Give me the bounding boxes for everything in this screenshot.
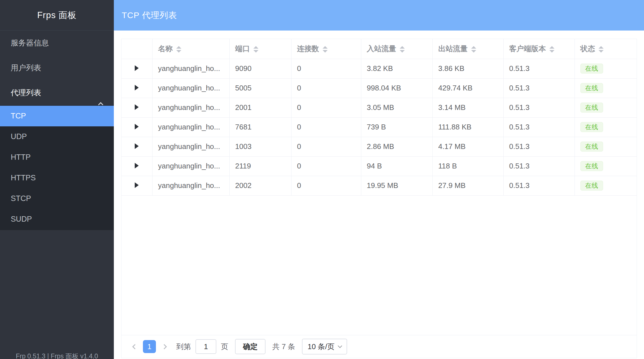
expand-row-icon[interactable]	[135, 104, 139, 110]
next-page-button[interactable]	[159, 340, 169, 353]
cell-version: 0.51.3	[503, 59, 575, 78]
sort-icon[interactable]	[549, 46, 554, 53]
sort-icon[interactable]	[253, 46, 258, 53]
cell-port: 9090	[229, 59, 291, 78]
column-header-connections[interactable]: 连接数	[291, 39, 361, 59]
table-row: yanghuanglin_ho... 9090 0 3.82 KB 3.86 K…	[121, 59, 637, 78]
sidebar-item-proxy-list[interactable]: 代理列表	[0, 80, 114, 105]
sidebar-item-udp[interactable]: UDP	[0, 126, 114, 147]
expand-row-icon[interactable]	[135, 143, 139, 149]
app-title: Frps 面板	[0, 0, 114, 31]
expand-row-icon[interactable]	[135, 85, 139, 90]
page-number-button[interactable]: 1	[143, 340, 156, 353]
chevron-left-icon	[132, 344, 137, 349]
cell-traffic-in: 3.05 MB	[361, 98, 432, 117]
table-row: yanghuanglin_ho... 2119 0 94 B 118 B 0.5…	[121, 156, 637, 176]
column-header-port[interactable]: 端口	[229, 39, 291, 59]
column-label: 连接数	[297, 44, 319, 53]
chevron-right-icon	[162, 344, 167, 349]
page-size-value: 10 条/页	[308, 342, 334, 352]
cell-port: 1003	[229, 137, 291, 156]
column-label: 名称	[158, 44, 173, 53]
cell-name: yanghuanglin_ho...	[152, 98, 229, 117]
cell-traffic-in: 3.82 KB	[361, 59, 432, 78]
column-label: 端口	[235, 44, 250, 53]
chevron-down-icon	[338, 343, 342, 348]
cell-port: 7681	[229, 117, 291, 137]
cell-version: 0.51.3	[503, 137, 575, 156]
proxy-table-card: 名称 端口 连接数 入站流量 出站流量 客户端版本 状态 yanghuangli…	[121, 39, 637, 358]
expand-row-icon[interactable]	[135, 182, 139, 188]
page-header: TCP 代理列表	[114, 0, 644, 31]
page-size-select[interactable]: 10 条/页	[302, 339, 347, 354]
status-badge: 在线	[580, 122, 603, 132]
cell-traffic-out: 111.88 KB	[432, 117, 503, 137]
cell-traffic-in: 998.04 KB	[361, 78, 432, 98]
frps-dashboard: Frps 面板 服务器信息 用户列表 代理列表 TCP UDP HTTP HTT…	[0, 0, 644, 359]
page-title: TCP 代理列表	[122, 10, 177, 21]
cell-name: yanghuanglin_ho...	[152, 176, 229, 195]
cell-traffic-in: 94 B	[361, 156, 432, 176]
confirm-button[interactable]: 确定	[235, 339, 266, 354]
column-header-version[interactable]: 客户端版本	[503, 39, 575, 59]
table-row: yanghuanglin_ho... 2002 0 19.95 MB 27.9 …	[121, 176, 637, 195]
sidebar-item-https[interactable]: HTTPS	[0, 168, 114, 188]
cell-connections: 0	[291, 78, 361, 98]
prev-page-button[interactable]	[130, 340, 140, 353]
cell-traffic-in: 2.86 MB	[361, 137, 432, 156]
column-header-traffic-out[interactable]: 出站流量	[432, 39, 503, 59]
proxy-table: 名称 端口 连接数 入站流量 出站流量 客户端版本 状态 yanghuangli…	[121, 39, 637, 196]
column-header-traffic-in[interactable]: 入站流量	[361, 39, 432, 59]
cell-name: yanghuanglin_ho...	[152, 137, 229, 156]
sidebar-item-stcp[interactable]: STCP	[0, 188, 114, 209]
table-row: yanghuanglin_ho... 7681 0 739 B 111.88 K…	[121, 117, 637, 137]
cell-port: 2119	[229, 156, 291, 176]
table-header-row: 名称 端口 连接数 入站流量 出站流量 客户端版本 状态	[121, 39, 637, 59]
page-unit-label: 页	[221, 342, 228, 352]
sidebar-item-tcp[interactable]: TCP	[0, 106, 114, 126]
sort-icon[interactable]	[599, 46, 604, 53]
expand-column-header	[121, 39, 152, 59]
column-label: 出站流量	[438, 44, 468, 53]
cell-connections: 0	[291, 137, 361, 156]
column-label: 状态	[580, 44, 595, 53]
sort-icon[interactable]	[176, 46, 181, 53]
column-label: 客户端版本	[509, 44, 546, 53]
cell-name: yanghuanglin_ho...	[152, 59, 229, 78]
cell-traffic-out: 429.74 KB	[432, 78, 503, 98]
cell-connections: 0	[291, 117, 361, 137]
cell-connections: 0	[291, 59, 361, 78]
goto-label: 到第	[176, 342, 191, 352]
cell-version: 0.51.3	[503, 98, 575, 117]
cell-name: yanghuanglin_ho...	[152, 78, 229, 98]
status-badge: 在线	[580, 83, 603, 93]
expand-row-icon[interactable]	[135, 65, 139, 71]
sort-icon[interactable]	[400, 46, 405, 53]
expand-row-icon[interactable]	[135, 124, 139, 129]
expand-row-icon[interactable]	[135, 163, 139, 168]
status-badge: 在线	[580, 103, 603, 113]
cell-version: 0.51.3	[503, 156, 575, 176]
goto-page-input[interactable]	[195, 339, 216, 354]
cell-traffic-in: 19.95 MB	[361, 176, 432, 195]
sidebar-item-sudp[interactable]: SUDP	[0, 209, 114, 230]
sidebar-item-http[interactable]: HTTP	[0, 147, 114, 168]
sidebar-item-user-list[interactable]: 用户列表	[0, 55, 114, 80]
sidebar-item-server-info[interactable]: 服务器信息	[0, 31, 114, 55]
version-footer: Frp 0.51.3 | Frps 面板 v1.4.0	[0, 352, 114, 359]
column-label: 入站流量	[367, 44, 396, 53]
cell-name: yanghuanglin_ho...	[152, 156, 229, 176]
cell-version: 0.51.3	[503, 78, 575, 98]
column-header-status[interactable]: 状态	[575, 39, 637, 59]
cell-port: 2002	[229, 176, 291, 195]
sidebar-menu: 服务器信息 用户列表 代理列表 TCP UDP HTTP HTTPS STCP …	[0, 31, 114, 230]
cell-traffic-out: 27.9 MB	[432, 176, 503, 195]
status-badge: 在线	[580, 181, 603, 191]
cell-version: 0.51.3	[503, 176, 575, 195]
cell-connections: 0	[291, 176, 361, 195]
sort-icon[interactable]	[323, 46, 328, 53]
table-row: yanghuanglin_ho... 5005 0 998.04 KB 429.…	[121, 78, 637, 98]
sort-icon[interactable]	[471, 46, 476, 53]
chevron-up-icon	[99, 92, 103, 116]
column-header-name[interactable]: 名称	[152, 39, 229, 59]
